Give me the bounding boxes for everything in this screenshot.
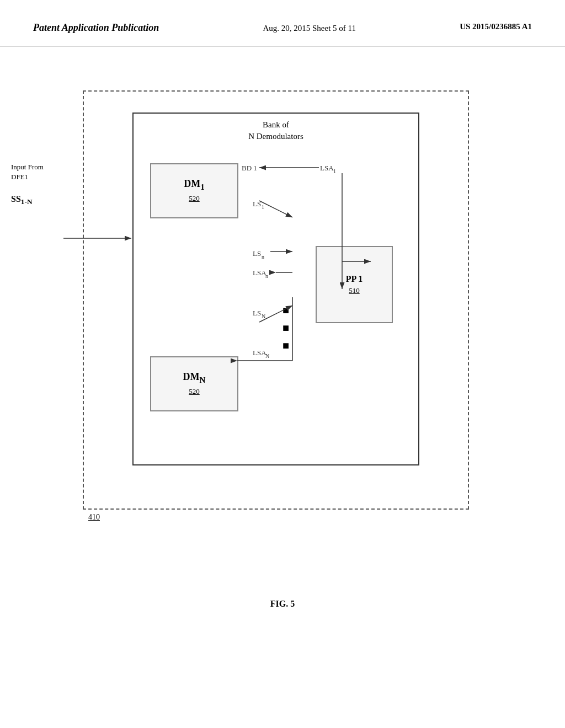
dmn-ref: 520 <box>189 387 200 396</box>
diagram-area: 410 Bank of N Demodulators DM1 520 ■■■ D… <box>0 46 565 653</box>
dm1-box: DM1 520 <box>150 163 238 218</box>
ref-410: 410 <box>88 513 100 522</box>
ss-label: SS1-N <box>11 194 33 206</box>
bank-of-demodulators-box: Bank of N Demodulators DM1 520 ■■■ DMN 5… <box>132 113 419 465</box>
dm1-label: DM1 <box>184 178 205 192</box>
dmn-label: DMN <box>183 371 206 385</box>
pp1-ref: 510 <box>349 286 360 295</box>
page-header: Patent Application Publication Aug. 20, … <box>0 0 565 46</box>
pp1-label: PP 1 <box>346 274 363 284</box>
input-label: Input From DFE1 <box>11 162 44 182</box>
dm1-ref: 520 <box>189 194 200 203</box>
pp1-box: PP 1 510 <box>316 246 393 323</box>
publication-meta: Aug. 20, 2015 Sheet 5 of 11 <box>263 22 356 35</box>
bank-label: Bank of N Demodulators <box>134 119 418 142</box>
dmn-box: DMN 520 <box>150 356 238 411</box>
publication-number: US 2015/0236885 A1 <box>460 22 532 31</box>
fig-caption: FIG. 5 <box>0 599 565 609</box>
publication-title: Patent Application Publication <box>33 22 159 34</box>
dots: ■■■ <box>282 301 289 354</box>
